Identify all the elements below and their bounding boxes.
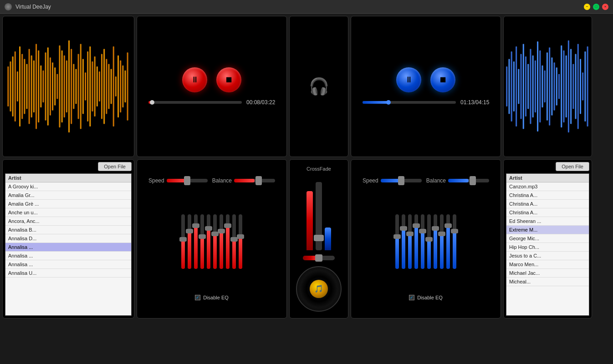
left-balance-fill xyxy=(234,179,255,182)
right-speed-handle[interactable] xyxy=(398,176,404,185)
right-disable-eq-checkbox[interactable]: ✓ xyxy=(409,295,414,300)
left-disable-eq-row[interactable]: ✓ Disable EQ xyxy=(195,295,229,300)
left-time-display: 00:08/03:22 xyxy=(246,99,275,106)
left-disable-eq-checkbox[interactable]: ✓ xyxy=(195,295,200,300)
eq-track[interactable] xyxy=(181,214,185,269)
left-progress-bar[interactable] xyxy=(148,101,242,104)
left-disable-eq-label: Disable EQ xyxy=(203,295,229,300)
list-item[interactable]: Annalisa ... xyxy=(5,260,131,269)
list-item[interactable]: Annalisa ... xyxy=(5,243,131,252)
list-item[interactable]: Annalisa U... xyxy=(5,269,131,278)
svg-rect-64 xyxy=(535,61,536,112)
list-item[interactable]: Anche un u... xyxy=(5,208,131,217)
svg-rect-50 xyxy=(124,71,126,102)
left-balance-track[interactable] xyxy=(234,179,275,182)
eq-track[interactable] xyxy=(414,214,418,269)
svg-rect-23 xyxy=(61,51,63,122)
left-progress-row[interactable]: 00:08/03:22 xyxy=(148,99,276,106)
eq-track[interactable] xyxy=(188,214,191,269)
left-controls-panel: Speed Balance ✓ Di xyxy=(137,159,287,318)
list-item[interactable]: Christina A... xyxy=(506,191,589,200)
list-item[interactable]: Christina A... xyxy=(506,208,589,217)
eq-track[interactable] xyxy=(395,214,399,269)
list-item[interactable]: Jesus to a C... xyxy=(506,252,589,260)
right-balance-track[interactable] xyxy=(448,179,489,182)
list-item[interactable]: Hip Hop Ch... xyxy=(506,243,589,252)
vinyl-disc: 🎵 xyxy=(296,266,342,312)
left-progress-handle[interactable] xyxy=(150,100,154,105)
svg-rect-65 xyxy=(537,41,538,131)
svg-rect-79 xyxy=(570,49,572,124)
list-item[interactable]: Micheal... xyxy=(506,278,589,286)
svg-rect-4 xyxy=(17,71,18,101)
left-file-table[interactable]: Artist A Groovy ki... Amalia Gr... Amali… xyxy=(5,173,132,316)
svg-rect-7 xyxy=(24,59,25,114)
eq-track[interactable] xyxy=(226,214,230,269)
right-progress-row[interactable]: 01:13/04:15 xyxy=(363,99,490,106)
svg-rect-34 xyxy=(87,51,88,121)
list-item[interactable]: A Groovy ki... xyxy=(5,182,131,191)
list-item[interactable]: Annalisa D... xyxy=(5,234,131,243)
cf-right-bar xyxy=(325,228,331,250)
cf-h-handle[interactable] xyxy=(315,254,322,262)
left-stop-button[interactable]: ⏹ xyxy=(216,67,241,92)
left-pause-button[interactable]: ⏸ xyxy=(182,67,207,92)
list-item[interactable]: Annalisa ... xyxy=(5,252,131,260)
list-item[interactable]: Amalia Gr... xyxy=(5,191,131,200)
maximize-button[interactable]: □ xyxy=(593,4,599,10)
right-pause-button[interactable]: ⏸ xyxy=(396,67,421,92)
list-item[interactable]: Extreme M... xyxy=(506,226,589,234)
eq-track[interactable] xyxy=(408,214,412,269)
svg-rect-63 xyxy=(532,56,534,117)
list-item[interactable]: Amalia Grè ... xyxy=(5,200,131,208)
right-file-table[interactable]: Artist Canzon.mp3 Christina A... Christi… xyxy=(506,173,589,316)
close-button[interactable]: × xyxy=(602,4,608,10)
left-speed-track[interactable] xyxy=(167,179,208,182)
eq-track[interactable] xyxy=(220,214,223,269)
list-item[interactable]: Michael Jac... xyxy=(506,269,589,278)
left-speed-handle[interactable] xyxy=(184,176,190,185)
cf-slider-track[interactable] xyxy=(316,182,322,250)
list-item[interactable]: Ed Sheeran ... xyxy=(506,217,589,226)
headphones-icon: 🎧 xyxy=(309,77,329,96)
svg-rect-49 xyxy=(122,66,123,107)
eq-track[interactable] xyxy=(213,214,217,269)
eq-track[interactable] xyxy=(421,214,424,269)
minimize-button[interactable]: − xyxy=(584,4,590,10)
svg-rect-38 xyxy=(97,66,98,106)
eq-track[interactable] xyxy=(446,214,450,269)
eq-track[interactable] xyxy=(239,214,242,269)
list-item[interactable]: Marco Men... xyxy=(506,260,589,269)
left-balance-handle[interactable] xyxy=(255,176,262,185)
eq-track[interactable] xyxy=(200,214,204,269)
list-item[interactable]: George Mic... xyxy=(506,234,589,243)
list-item[interactable]: Christina A... xyxy=(506,200,589,208)
list-item[interactable]: Ancora, Anc... xyxy=(5,217,131,226)
right-speed-track[interactable] xyxy=(381,179,422,182)
list-item[interactable]: Annalisa B... xyxy=(5,226,131,234)
cf-slider-handle[interactable] xyxy=(314,235,324,241)
eq-track[interactable] xyxy=(402,214,405,269)
list-item[interactable]: Canzon.mp3 xyxy=(506,182,589,191)
right-balance-handle[interactable] xyxy=(470,176,476,185)
eq-track[interactable] xyxy=(434,214,437,269)
eq-track[interactable] xyxy=(427,214,431,269)
eq-track[interactable] xyxy=(232,214,236,269)
svg-rect-14 xyxy=(40,66,41,107)
right-disable-eq-row[interactable]: ✓ Disable EQ xyxy=(409,295,443,300)
svg-rect-5 xyxy=(19,46,20,126)
left-transport-buttons: ⏸ ⏹ xyxy=(182,67,241,92)
right-progress-bar[interactable] xyxy=(363,101,456,104)
eq-track[interactable] xyxy=(440,214,444,269)
right-open-file-button[interactable]: Open File xyxy=(556,162,589,171)
svg-rect-36 xyxy=(92,61,93,111)
cf-horizontal-track[interactable] xyxy=(303,256,335,260)
eq-track[interactable] xyxy=(453,214,456,269)
right-progress-handle[interactable] xyxy=(386,100,391,105)
right-transport-panel: ⏸ ⏹ 01:13/04:15 xyxy=(351,16,501,157)
left-open-file-button[interactable]: Open File xyxy=(98,162,132,171)
eq-track[interactable] xyxy=(194,214,198,269)
left-eq-sliders xyxy=(181,210,242,269)
right-stop-button[interactable]: ⏹ xyxy=(430,67,455,92)
eq-track[interactable] xyxy=(207,214,210,269)
